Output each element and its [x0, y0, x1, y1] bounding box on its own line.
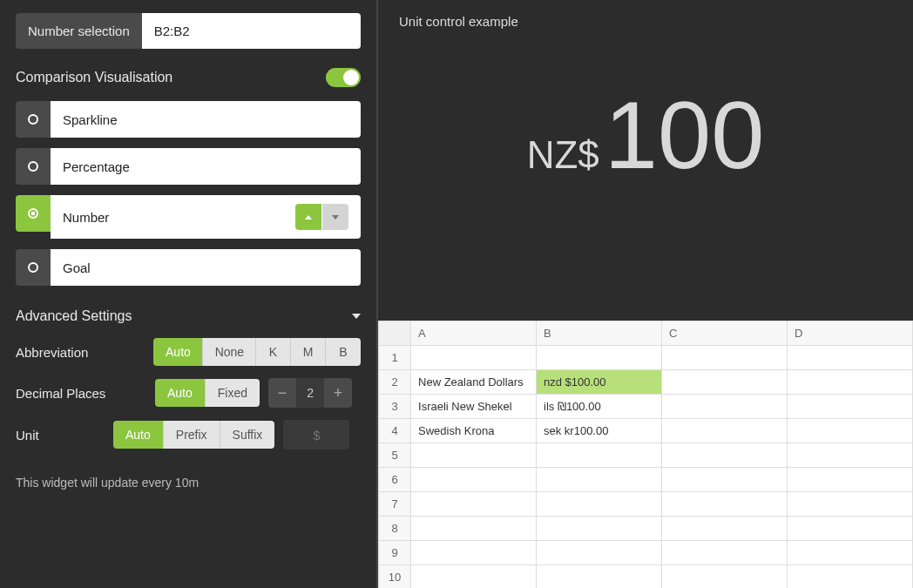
cell[interactable] [537, 468, 662, 492]
row-header[interactable]: 3 [379, 395, 411, 419]
row-header[interactable]: 7 [379, 492, 411, 517]
unit-option-suffix[interactable]: Suffix [220, 421, 275, 449]
row-header[interactable]: 5 [379, 443, 411, 468]
comparison-toggle[interactable] [326, 68, 361, 87]
decimal-row: Decimal Places AutoFixed − 2 + [16, 378, 361, 408]
table-row: 6 [379, 468, 913, 492]
cell[interactable] [787, 419, 912, 443]
unit-option-auto[interactable]: Auto [113, 421, 164, 449]
row-header[interactable]: 10 [379, 565, 411, 589]
cell[interactable] [411, 443, 537, 468]
row-header[interactable]: 1 [379, 346, 411, 370]
cell[interactable] [661, 541, 787, 565]
cell[interactable] [411, 468, 537, 492]
caret-down-button[interactable] [322, 204, 348, 230]
cell[interactable] [787, 492, 912, 517]
abbr-option-m[interactable]: M [291, 338, 326, 366]
cell[interactable]: Israeli New Shekel [411, 395, 537, 419]
number-selection-input[interactable] [142, 13, 361, 49]
cell[interactable] [661, 492, 787, 517]
radio-option-percentage[interactable]: Percentage [16, 148, 361, 185]
caret-up-button[interactable] [295, 204, 321, 230]
cell[interactable]: New Zealand Dollars [411, 370, 537, 395]
radio-indicator [16, 249, 51, 286]
cell[interactable]: nzd $100.00 [537, 370, 662, 395]
decimal-stepper: − 2 + [268, 378, 352, 408]
cell[interactable] [661, 395, 787, 419]
cell[interactable] [661, 419, 787, 443]
decimal-option-fixed[interactable]: Fixed [206, 379, 260, 407]
table-row: 4Swedish Kronasek kr100.00 [379, 419, 913, 443]
cell[interactable] [537, 517, 662, 541]
cell[interactable] [787, 541, 912, 565]
cell[interactable] [537, 492, 662, 517]
cell[interactable] [661, 517, 787, 541]
cell[interactable] [661, 468, 787, 492]
cell[interactable] [787, 565, 912, 589]
cell[interactable] [537, 565, 662, 589]
number-selection-label: Number selection [16, 13, 142, 49]
table-row: 10 [379, 565, 913, 589]
radio-label-text: Number [63, 210, 109, 225]
abbreviation-segment: AutoNoneKMB [153, 338, 361, 366]
cell[interactable]: Swedish Krona [411, 419, 537, 443]
cell[interactable] [411, 346, 537, 370]
preview-number: NZ$ 100 [527, 87, 765, 183]
cell[interactable] [537, 346, 662, 370]
radio-circle-icon [28, 262, 38, 273]
cell[interactable] [661, 346, 787, 370]
cell[interactable] [787, 395, 912, 419]
radio-option-sparkline[interactable]: Sparkline [16, 101, 361, 138]
cell[interactable] [537, 443, 662, 468]
decrement-button[interactable]: − [268, 378, 296, 408]
abbr-option-b[interactable]: B [326, 338, 361, 366]
expand-split-button [295, 204, 348, 230]
unit-input[interactable] [283, 420, 349, 449]
cell[interactable] [787, 346, 912, 370]
row-header[interactable]: 4 [379, 419, 411, 443]
increment-button[interactable]: + [324, 378, 352, 408]
table-row: 7 [379, 492, 913, 517]
cell[interactable] [661, 370, 787, 395]
radio-label: Sparkline [51, 101, 361, 138]
cell[interactable]: sek kr100.00 [537, 419, 662, 443]
cell[interactable] [787, 370, 912, 395]
advanced-settings-header[interactable]: Advanced Settings [16, 308, 361, 324]
cell[interactable] [411, 517, 537, 541]
cell[interactable] [787, 468, 912, 492]
cell[interactable] [411, 492, 537, 517]
update-note: This widget will update every 10m [16, 476, 361, 490]
radio-indicator [16, 148, 51, 185]
row-header[interactable]: 8 [379, 517, 411, 541]
spreadsheet[interactable]: ABCD 12New Zealand Dollarsnzd $100.003Is… [378, 321, 913, 588]
cell[interactable] [661, 443, 787, 468]
column-header-C[interactable]: C [661, 321, 787, 346]
row-header[interactable]: 9 [379, 541, 411, 565]
cell[interactable] [787, 443, 912, 468]
cell[interactable] [537, 541, 662, 565]
decimal-value: 2 [296, 378, 324, 408]
cell[interactable] [411, 541, 537, 565]
abbr-option-none[interactable]: None [203, 338, 256, 366]
radio-indicator [16, 195, 51, 232]
cell[interactable] [411, 565, 537, 589]
radio-circle-icon [28, 161, 38, 172]
preview-prefix: NZ$ [527, 133, 599, 177]
table-row: 8 [379, 517, 913, 541]
corner-cell[interactable] [379, 321, 411, 346]
column-header-B[interactable]: B [537, 321, 662, 346]
radio-option-goal[interactable]: Goal [16, 249, 361, 286]
unit-option-prefix[interactable]: Prefix [164, 421, 220, 449]
row-header[interactable]: 6 [379, 468, 411, 492]
radio-option-number[interactable]: Number [16, 195, 361, 239]
decimal-option-auto[interactable]: Auto [155, 379, 206, 407]
column-header-D[interactable]: D [787, 321, 912, 346]
abbr-option-auto[interactable]: Auto [153, 338, 203, 366]
row-header[interactable]: 2 [379, 370, 411, 395]
table-row: 1 [379, 346, 913, 370]
cell[interactable]: ils ₪100.00 [537, 395, 662, 419]
column-header-A[interactable]: A [411, 321, 537, 346]
cell[interactable] [661, 565, 787, 589]
abbr-option-k[interactable]: K [256, 338, 291, 366]
cell[interactable] [787, 517, 912, 541]
